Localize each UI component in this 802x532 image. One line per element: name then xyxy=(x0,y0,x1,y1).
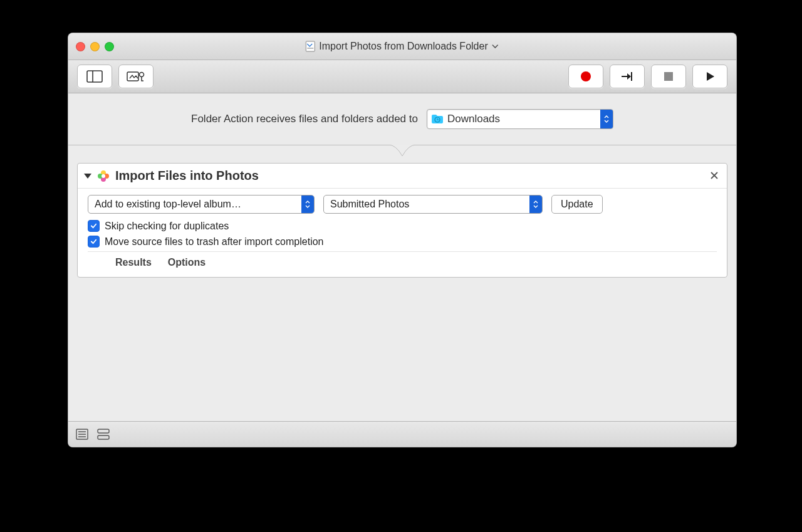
skip-duplicates-checkbox[interactable] xyxy=(88,220,100,232)
step-button[interactable] xyxy=(610,65,645,88)
bottom-bar xyxy=(68,421,736,447)
folder-action-config: Folder Action receives files and folders… xyxy=(68,93,736,145)
disclosure-triangle-icon[interactable] xyxy=(84,174,91,179)
results-tab[interactable]: Results xyxy=(115,257,152,268)
svg-rect-22 xyxy=(98,429,109,433)
zoom-window-button[interactable] xyxy=(105,42,114,51)
album-mode-value: Add to existing top-level album… xyxy=(95,199,241,210)
connector-notch-icon xyxy=(388,145,416,159)
action-import-files-into-photos: Import Files into Photos Add to existing… xyxy=(77,163,727,278)
album-target-popup[interactable]: Submitted Photos xyxy=(323,195,543,214)
update-button-label: Update xyxy=(561,199,593,210)
options-tab[interactable]: Options xyxy=(168,257,206,268)
action-header: Import Files into Photos xyxy=(78,164,727,189)
update-button[interactable]: Update xyxy=(551,195,603,214)
run-button[interactable] xyxy=(692,65,727,88)
skip-duplicates-row[interactable]: Skip checking for duplicates xyxy=(88,220,717,232)
action-body: Add to existing top-level album… Submitt… xyxy=(78,189,727,277)
play-icon xyxy=(704,71,716,82)
svg-point-6 xyxy=(581,71,591,81)
move-to-trash-row[interactable]: Move source files to trash after import … xyxy=(88,236,717,248)
stop-icon xyxy=(664,71,674,81)
popup-arrows-icon xyxy=(600,110,613,128)
folder-selector[interactable]: Downloads xyxy=(427,109,613,129)
svg-rect-2 xyxy=(87,71,102,82)
svg-point-5 xyxy=(140,73,144,77)
step-forward-icon xyxy=(620,71,634,82)
popup-arrows-icon xyxy=(301,196,314,213)
folder-name: Downloads xyxy=(447,113,500,125)
log-view-button[interactable] xyxy=(76,429,88,440)
stop-button[interactable] xyxy=(651,65,686,88)
svg-rect-1 xyxy=(307,48,313,49)
action-title: Import Files into Photos xyxy=(115,169,259,183)
record-button[interactable] xyxy=(568,65,603,88)
svg-rect-0 xyxy=(306,41,315,51)
workflow-connector xyxy=(68,145,736,163)
move-to-trash-checkbox[interactable] xyxy=(88,236,100,248)
library-panel-icon xyxy=(86,70,103,83)
workflow-view-button[interactable] xyxy=(97,429,110,440)
svg-point-15 xyxy=(102,174,105,178)
skip-duplicates-label: Skip checking for duplicates xyxy=(105,221,229,232)
album-mode-popup[interactable]: Add to existing top-level album… xyxy=(88,195,315,214)
toggle-library-button[interactable] xyxy=(77,65,112,88)
automator-window: Import Photos from Downloads Folder xyxy=(68,33,737,447)
traffic-lights xyxy=(76,42,114,51)
svg-rect-9 xyxy=(664,72,673,81)
media-browser-button[interactable] xyxy=(118,65,154,88)
media-icon xyxy=(127,70,145,83)
folder-action-label: Folder Action receives files and folders… xyxy=(191,113,418,125)
record-icon xyxy=(580,70,592,83)
move-to-trash-label: Move source files to trash after import … xyxy=(105,236,323,248)
close-window-button[interactable] xyxy=(76,42,85,51)
popup-arrows-icon xyxy=(529,196,542,213)
workflow-area: Import Files into Photos Add to existing… xyxy=(68,163,736,421)
titlebar: Import Photos from Downloads Folder xyxy=(68,33,736,60)
minimize-window-button[interactable] xyxy=(90,42,100,51)
album-target-value: Submitted Photos xyxy=(330,199,409,210)
photos-app-icon xyxy=(96,169,110,183)
document-proxy-icon xyxy=(305,41,315,52)
action-remove-button[interactable] xyxy=(708,170,721,182)
folder-icon xyxy=(431,114,444,124)
action-footer: Results Options xyxy=(88,251,717,274)
checkmark-icon xyxy=(90,238,97,245)
title-chevron-icon xyxy=(492,43,499,50)
window-title: Import Photos from Downloads Folder xyxy=(319,41,487,52)
toolbar xyxy=(68,60,736,93)
svg-rect-23 xyxy=(98,436,109,439)
title-area[interactable]: Import Photos from Downloads Folder xyxy=(305,41,499,52)
checkmark-icon xyxy=(90,222,97,229)
close-icon xyxy=(711,172,718,179)
